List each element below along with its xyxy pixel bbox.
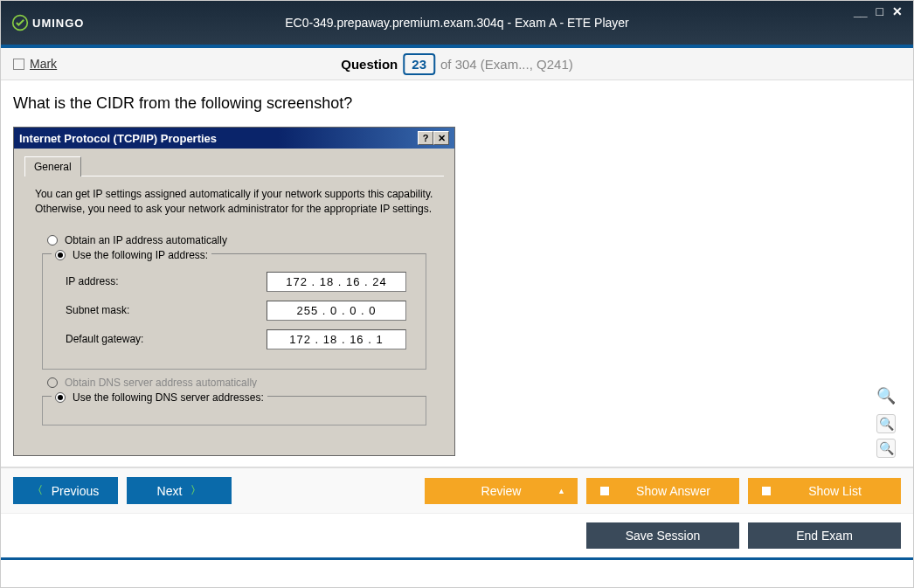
zoom-out-button[interactable]: 🔍: [876, 439, 896, 458]
tab-general[interactable]: General: [24, 156, 81, 176]
window-controls: __ □ ✕: [850, 4, 906, 18]
radio-use-ip[interactable]: Use the following IP address:: [52, 246, 211, 265]
chevron-right-icon: 〉: [190, 483, 201, 498]
show-answer-button[interactable]: Show Answer: [586, 478, 739, 504]
review-button[interactable]: Review▲: [425, 478, 578, 504]
ip-address-label: IP address:: [66, 275, 267, 287]
ip-group: Use the following IP address: IP address…: [42, 253, 426, 370]
subnet-label: Subnet mask:: [66, 304, 267, 316]
question-label: Question: [341, 57, 398, 72]
end-exam-button[interactable]: End Exam: [748, 522, 901, 549]
window-title: EC0-349.prepaway.premium.exam.304q - Exa…: [285, 16, 628, 30]
show-list-button[interactable]: Show List: [748, 478, 901, 504]
subnet-input[interactable]: 255 . 0 . 0 . 0: [267, 301, 406, 321]
zoom-controls: 🔍 🔍 🔍: [876, 386, 896, 458]
nav-bar: 〈Previous Next〉 Review▲ Show Answer Show…: [1, 467, 913, 513]
question-total: of 304 (Exam..., Q241): [440, 57, 573, 72]
logo: UMINGO: [11, 14, 84, 31]
gateway-input[interactable]: 172 . 18 . 16 . 1: [267, 329, 406, 349]
radio-icon-selected: [55, 250, 66, 260]
zoom-in-button[interactable]: 🔍: [876, 414, 896, 433]
logo-check-icon: [11, 14, 29, 31]
radio-use-dns[interactable]: Use the following DNS server addresses:: [52, 388, 267, 407]
dialog-info-text: You can get IP settings assigned automat…: [35, 187, 433, 217]
radio-obtain-ip-label: Obtain an IP address automatically: [65, 234, 227, 246]
radio-icon-selected: [55, 392, 66, 403]
radio-use-dns-label: Use the following DNS server addresses:: [73, 391, 264, 404]
save-session-button[interactable]: Save Session: [586, 522, 739, 549]
square-icon: [762, 487, 771, 495]
titlebar: UMINGO EC0-349.prepaway.premium.exam.304…: [1, 1, 913, 45]
question-text: What is the CIDR from the following scre…: [13, 94, 901, 113]
radio-use-ip-label: Use the following IP address:: [73, 249, 208, 261]
mark-checkbox[interactable]: [13, 59, 24, 70]
question-bar: Mark Question 23 of 304 (Exam..., Q241): [1, 48, 913, 80]
gateway-label: Default gateway:: [66, 333, 267, 345]
dialog-title: Internet Protocol (TCP/IP) Properties: [19, 132, 217, 145]
mark-label[interactable]: Mark: [30, 57, 57, 71]
minimize-button[interactable]: __: [850, 4, 871, 18]
square-icon: [600, 487, 609, 495]
question-number[interactable]: 23: [403, 53, 435, 75]
close-button[interactable]: ✕: [889, 4, 906, 18]
previous-button[interactable]: 〈Previous: [13, 477, 118, 504]
session-bar: Save Session End Exam: [1, 513, 913, 560]
triangle-up-icon: ▲: [557, 487, 565, 495]
dialog-help-button[interactable]: ?: [418, 131, 433, 145]
chevron-left-icon: 〈: [32, 483, 43, 498]
dialog-titlebar: Internet Protocol (TCP/IP) Properties ? …: [14, 128, 454, 149]
radio-obtain-dns-label: Obtain DNS server address automatically: [65, 377, 257, 389]
radio-icon-disabled: [47, 377, 58, 388]
logo-text: UMINGO: [32, 17, 84, 30]
tcpip-dialog: Internet Protocol (TCP/IP) Properties ? …: [13, 127, 455, 456]
content-area: What is the CIDR from the following scre…: [1, 80, 913, 467]
radio-icon: [47, 235, 58, 246]
maximize-button[interactable]: □: [873, 4, 887, 18]
question-indicator: Question 23 of 304 (Exam..., Q241): [341, 53, 572, 75]
search-icon[interactable]: 🔍: [876, 386, 896, 405]
tab-panel-general: You can get IP settings assigned automat…: [24, 176, 444, 455]
dialog-close-button[interactable]: ✕: [433, 131, 449, 145]
dns-group: Use the following DNS server addresses:: [42, 396, 426, 425]
next-button[interactable]: Next〉: [127, 477, 232, 504]
ip-address-input[interactable]: 172 . 18 . 16 . 24: [267, 272, 406, 292]
